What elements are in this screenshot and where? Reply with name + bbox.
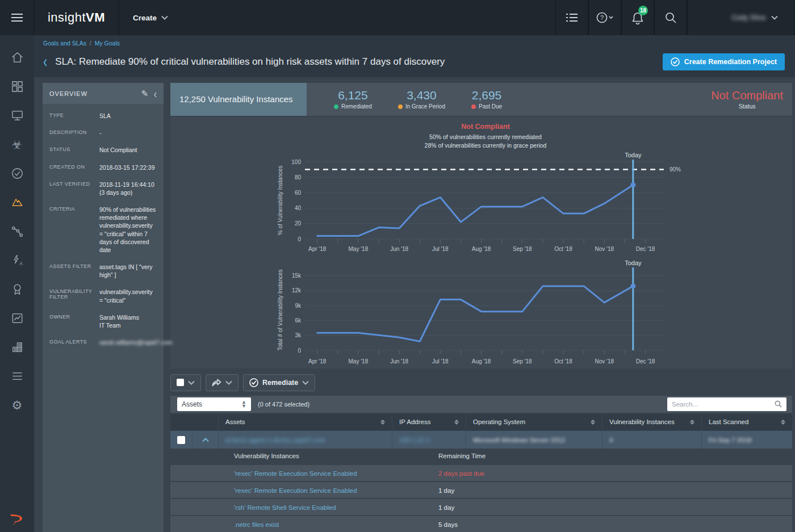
svg-text:9k: 9k <box>295 303 302 309</box>
award-ribbon-icon <box>11 283 24 296</box>
grace-period-dot-icon <box>398 104 403 109</box>
chart-subtitle-1: 50% of vulnerabilities currently remedia… <box>275 133 696 140</box>
overview-title: OVERVIEW <box>49 90 135 97</box>
insightvm-logo: insightVM <box>34 0 119 35</box>
search-button[interactable] <box>654 0 687 35</box>
back-button[interactable]: ‹ <box>43 54 47 70</box>
monitor-icon <box>11 109 24 122</box>
vulnerability-link[interactable]: 'rexec' Remote Execution Service Enabled <box>234 487 357 494</box>
vulnerability-row: 'rexec' Remote Execution Service Enabled… <box>170 465 792 481</box>
vulnerability-link[interactable]: 'rsh' Remote Shell Service Enabled <box>234 504 336 511</box>
dashboard-grid-icon <box>11 80 24 93</box>
overview-field-type: TYPE SLA <box>49 112 157 120</box>
notifications-button[interactable]: 18 <box>621 0 654 35</box>
user-name: Cody Silva <box>731 14 765 22</box>
table-header-row: Assets IP Address Operating System Vulne… <box>170 414 792 430</box>
vulnerability-link[interactable]: 'rexec' Remote Execution Service Enabled <box>234 470 357 477</box>
search-input[interactable] <box>672 401 775 408</box>
topbar-spacer <box>182 0 555 35</box>
svg-text:90%: 90% <box>670 166 681 173</box>
svg-text:Apr '18: Apr '18 <box>308 246 327 252</box>
sidebar-item-shared[interactable] <box>0 333 34 362</box>
lightning-a-icon: A <box>11 254 24 267</box>
remaining-time: 1 day <box>438 504 454 511</box>
select-all-dropdown[interactable] <box>170 374 201 391</box>
stat-in-grace-period: 3,430 In Grace Period <box>398 89 445 110</box>
check-circle-icon <box>249 378 258 387</box>
checkbox-icon <box>177 379 184 386</box>
rapid7-logo <box>0 513 34 526</box>
vulnerability-row: 'rexec' Remote Execution Service Enabled… <box>170 482 792 498</box>
search-icon <box>775 400 782 408</box>
create-remediation-project-button[interactable]: Create Remediation Project <box>663 53 785 70</box>
sidebar-item-dashboards[interactable] <box>0 72 34 101</box>
chevron-down-icon <box>302 380 309 385</box>
overview-field-description: DESCRIPTION - <box>49 129 157 137</box>
sidebar-item-vulnerabilities[interactable]: ☣ <box>0 130 34 159</box>
sort-icon <box>690 420 694 425</box>
overview-field-status: STATUS Not Compliant <box>49 146 157 154</box>
column-header-operating-system[interactable]: Operating System <box>466 414 602 430</box>
breadcrumb-my-goals[interactable]: My Goals <box>95 40 120 47</box>
check-circle-icon <box>671 57 680 66</box>
svg-text:Today: Today <box>625 152 642 158</box>
collapse-panel-icon[interactable]: ‹ <box>154 87 157 99</box>
svg-text:Jun '18: Jun '18 <box>390 246 408 252</box>
task-list-button[interactable] <box>555 0 588 35</box>
assets-select[interactable]: Assets ▲▼ <box>177 397 251 411</box>
left-sidebar: ☣ A <box>0 35 34 532</box>
sidebar-item-goals[interactable] <box>0 188 34 217</box>
column-header-ip-address[interactable]: IP Address <box>392 414 466 430</box>
remediate-button[interactable]: Remediate <box>243 374 315 391</box>
svg-text:Jun '18: Jun '18 <box>390 358 408 365</box>
asset-table-row[interactable]: w7pro1-agent-1.div.loc.rapid7.com 100.1.… <box>170 431 792 449</box>
asset-name-link[interactable]: w7pro1-agent-1.div.loc.rapid7.com <box>225 437 325 443</box>
vulnerability-link[interactable]: .netrc files exist <box>234 521 279 528</box>
svg-text:3k: 3k <box>295 332 302 338</box>
sidebar-item-policies[interactable] <box>0 159 34 188</box>
sort-icon <box>591 420 595 425</box>
vulnerability-row: 'rsh' Remote Shell Service Enabled 1 day <box>170 499 792 515</box>
sidebar-item-reports[interactable] <box>0 304 34 333</box>
sla-charts-panel: Not Compliant 50% of vulnerabilities cur… <box>170 117 792 368</box>
svg-text:20: 20 <box>295 220 302 227</box>
svg-text:15k: 15k <box>292 273 302 279</box>
column-header-vulnerability-instances[interactable]: Vulnerability Instances <box>602 414 701 430</box>
svg-text:60: 60 <box>295 190 302 196</box>
chevron-down-icon <box>188 380 195 385</box>
column-header-assets[interactable]: Assets <box>218 414 392 430</box>
sort-icon <box>380 420 385 425</box>
column-header-last-scanned[interactable]: Last Scanned <box>701 414 792 430</box>
overview-field-goal-alerts: GOAL ALERTS sarah.williams@rapid7.com <box>49 338 157 346</box>
sidebar-item-settings[interactable]: ⚙ <box>0 391 34 420</box>
edit-pencil-icon[interactable]: ✎ <box>141 89 148 99</box>
chart-status-label: Not Compliant <box>275 123 696 131</box>
overview-field-last-verified: LAST VERIFIED 2018-11-19 16:44:10 (3 day… <box>49 181 157 196</box>
sidebar-item-automation[interactable] <box>0 217 34 246</box>
sidebar-item-attack-surface[interactable]: A <box>0 246 34 275</box>
table-controls: Assets ▲▼ (0 of 472 selected) <box>170 396 792 413</box>
svg-text:0: 0 <box>298 347 301 353</box>
svg-text:Jul '18: Jul '18 <box>432 246 449 252</box>
asset-ip: 100.1.21.1 <box>399 437 430 443</box>
chevron-down-icon <box>225 380 232 385</box>
breadcrumb-goals-and-slas[interactable]: Goals and SLAs <box>43 40 86 47</box>
help-menu-button[interactable]: ? <box>588 0 621 35</box>
create-menu[interactable]: Create <box>119 0 182 35</box>
collapse-row-chevron[interactable] <box>192 431 218 449</box>
sidebar-item-home[interactable] <box>0 43 34 72</box>
breadcrumb: Goals and SLAs / My Goals <box>43 40 785 47</box>
building-blocks-icon <box>11 341 24 354</box>
share-export-dropdown[interactable] <box>206 374 238 391</box>
table-action-bar: Remediate <box>170 374 792 391</box>
row-checkbox[interactable] <box>177 436 185 444</box>
sidebar-item-management[interactable] <box>0 362 34 391</box>
sidebar-item-certifications[interactable] <box>0 275 34 304</box>
forward-arrow-icon <box>212 379 221 387</box>
sidebar-item-assets[interactable] <box>0 101 34 130</box>
user-menu[interactable]: Cody Silva <box>687 0 795 35</box>
svg-text:Oct '18: Oct '18 <box>554 358 572 365</box>
asset-last-scanned: Fri Sep 7 2018 <box>709 437 751 443</box>
hamburger-menu-icon[interactable] <box>0 0 34 35</box>
vulnerability-row: .netrc files exist 5 days <box>170 516 792 532</box>
